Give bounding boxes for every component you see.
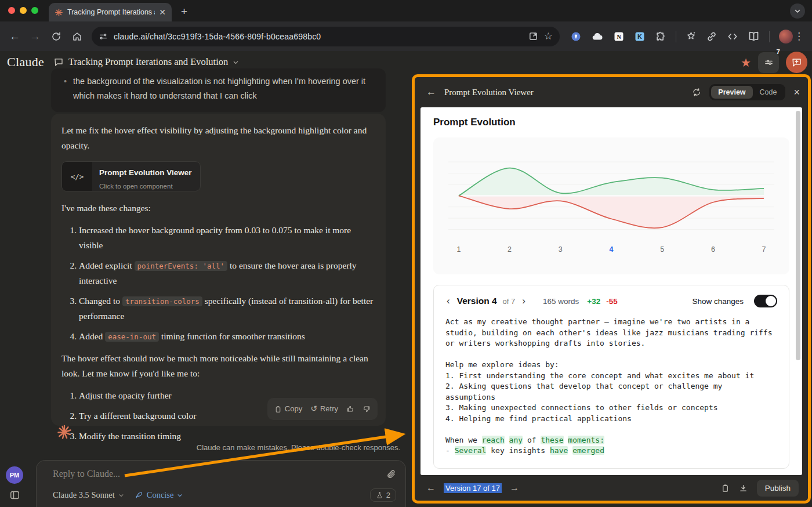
retry-button[interactable]: ↺ Retry bbox=[310, 402, 338, 416]
word-count: 165 words bbox=[543, 297, 579, 306]
toolbar-divider bbox=[769, 31, 770, 42]
removed-count: -55 bbox=[606, 297, 618, 306]
chart-x-label[interactable]: 7 bbox=[762, 245, 766, 253]
sparkle-star-icon[interactable] bbox=[686, 31, 697, 42]
url-text[interactable]: claude.ai/chat/3cc919f3-15da-4566-809f-b… bbox=[114, 32, 523, 41]
browser-menu-icon[interactable]: ⋮ bbox=[794, 30, 804, 42]
new-tab-button[interactable]: + bbox=[181, 5, 187, 18]
url-bar[interactable]: claude.ai/chat/3cc919f3-15da-4566-809f-b… bbox=[92, 27, 560, 46]
artifact-chip[interactable]: </> Prompt Evolution Viewer Click to ope… bbox=[61, 161, 201, 191]
reading-list-icon[interactable] bbox=[748, 30, 760, 42]
style-selector[interactable]: Concise bbox=[135, 490, 183, 500]
copy-artifact-icon[interactable] bbox=[721, 484, 730, 492]
claude-favicon-icon bbox=[55, 8, 63, 17]
changes-list: Increased the hover background opacity f… bbox=[79, 223, 375, 344]
code-tab[interactable]: Code bbox=[753, 86, 784, 99]
scrollbar-thumb[interactable] bbox=[796, 111, 800, 360]
browser-tabstrip: Tracking Prompt Iterations an ✕ + bbox=[0, 0, 812, 21]
message-actions: Copy ↺ Retry bbox=[267, 398, 378, 420]
bookmark-star-icon[interactable]: ☆ bbox=[544, 30, 553, 42]
cloud-icon[interactable] bbox=[591, 30, 604, 43]
chart-x-label[interactable]: 4 bbox=[610, 245, 614, 253]
notion-icon[interactable]: N bbox=[613, 31, 625, 42]
feather-icon bbox=[135, 491, 143, 499]
toolbar-divider bbox=[676, 31, 676, 42]
back-icon[interactable]: ← bbox=[9, 31, 20, 42]
artifact-panel: ← Prompt Evolution Viewer Preview Code ×… bbox=[412, 74, 811, 504]
chart-x-label[interactable]: 2 bbox=[507, 245, 512, 253]
copy-button[interactable]: Copy bbox=[274, 403, 302, 415]
inline-code: ease-in-out bbox=[105, 332, 159, 342]
minimize-window-button[interactable] bbox=[20, 7, 27, 14]
preview-tab[interactable]: Preview bbox=[711, 86, 752, 99]
favorite-star-icon[interactable]: ★ bbox=[741, 56, 751, 70]
footer-version-label[interactable]: Version 17 of 17 bbox=[444, 483, 502, 493]
tab-close-icon[interactable]: ✕ bbox=[159, 8, 166, 17]
claude-logo-icon bbox=[56, 424, 72, 440]
composer: Claude 3.5 Sonnet Concise 2 bbox=[36, 460, 406, 507]
forward-icon[interactable]: → bbox=[30, 31, 41, 42]
share-icon[interactable] bbox=[528, 31, 538, 41]
link-icon[interactable] bbox=[706, 31, 717, 42]
zoom-window-button[interactable] bbox=[31, 7, 38, 14]
window-controls[interactable] bbox=[8, 7, 38, 14]
reload-icon[interactable] bbox=[51, 31, 61, 42]
back-arrow-icon[interactable]: ← bbox=[426, 86, 436, 98]
user-message-text: the background of the visualization is n… bbox=[64, 74, 373, 104]
change-item: Changed to transition-colors specificall… bbox=[79, 294, 375, 324]
home-icon[interactable] bbox=[72, 31, 82, 42]
close-window-button[interactable] bbox=[8, 7, 15, 14]
download-icon[interactable] bbox=[739, 484, 748, 492]
onepassword-icon[interactable] bbox=[570, 31, 582, 42]
browser-profile-avatar[interactable] bbox=[779, 30, 793, 44]
sidebar-toggle-icon[interactable] bbox=[9, 490, 20, 501]
footer-back-arrow-icon[interactable]: ← bbox=[426, 483, 436, 493]
site-settings-icon[interactable] bbox=[99, 32, 108, 41]
chevron-down-icon bbox=[177, 492, 183, 498]
claude-wordmark: Claude bbox=[7, 55, 44, 70]
settings-badge: 7 bbox=[777, 48, 780, 55]
footer-forward-arrow-icon[interactable]: → bbox=[510, 483, 519, 493]
svg-text:N: N bbox=[617, 33, 621, 39]
chart-x-label[interactable]: 3 bbox=[559, 245, 563, 253]
thumbs-down-button[interactable] bbox=[362, 405, 371, 413]
chart-x-label[interactable]: 1 bbox=[456, 245, 461, 253]
model-selector[interactable]: Claude 3.5 Sonnet bbox=[53, 490, 124, 500]
chat-title: Tracking Prompt Iterations and Evolution bbox=[68, 56, 228, 68]
browser-window: Tracking Prompt Iterations an ✕ + ← → cl… bbox=[0, 0, 812, 507]
tab-search-button[interactable] bbox=[790, 3, 805, 19]
thumbs-up-button[interactable] bbox=[346, 405, 354, 413]
test-counter[interactable]: 2 bbox=[370, 488, 396, 502]
version-card: ‹ Version 4 of 7 › 165 words +32 -55 Sho… bbox=[433, 285, 789, 469]
user-avatar[interactable]: PM bbox=[6, 466, 23, 484]
attachment-paperclip-icon[interactable] bbox=[386, 469, 396, 479]
code-icon[interactable] bbox=[727, 31, 738, 42]
version-of-label: of 7 bbox=[503, 297, 516, 306]
artifact-chip-subtitle: Click to open component bbox=[99, 181, 192, 191]
kagi-icon[interactable]: K bbox=[634, 31, 646, 42]
code-icon: </> bbox=[62, 162, 92, 191]
chart-x-label[interactable]: 5 bbox=[660, 245, 664, 253]
copy-icon bbox=[274, 405, 282, 413]
chevron-down-icon bbox=[233, 59, 239, 66]
settings-sliders-button[interactable]: 7 bbox=[758, 52, 779, 73]
reply-input[interactable] bbox=[53, 469, 386, 479]
prev-version-icon[interactable]: ‹ bbox=[445, 295, 451, 307]
browser-tab[interactable]: Tracking Prompt Iterations an ✕ bbox=[49, 3, 172, 21]
publish-button[interactable]: Publish bbox=[757, 480, 799, 497]
chevron-down-icon bbox=[118, 492, 124, 498]
evolution-chart-card[interactable]: 1234567 bbox=[433, 137, 789, 274]
chat-title-dropdown[interactable]: Tracking Prompt Iterations and Evolution bbox=[53, 56, 239, 68]
next-version-icon[interactable]: › bbox=[521, 295, 527, 307]
refresh-icon[interactable] bbox=[692, 88, 701, 97]
tab-title: Tracking Prompt Iterations an bbox=[67, 8, 155, 16]
inline-code: transition-colors bbox=[122, 296, 202, 306]
show-changes-toggle[interactable] bbox=[754, 295, 777, 307]
close-icon[interactable]: × bbox=[793, 86, 800, 99]
new-chat-button[interactable] bbox=[786, 52, 807, 73]
puzzle-icon[interactable] bbox=[655, 31, 666, 42]
extension-icons: N K bbox=[570, 30, 793, 44]
chart-x-label[interactable]: 6 bbox=[711, 245, 715, 253]
added-text-highlight: reach bbox=[482, 436, 505, 444]
evolution-chart[interactable] bbox=[444, 154, 779, 241]
